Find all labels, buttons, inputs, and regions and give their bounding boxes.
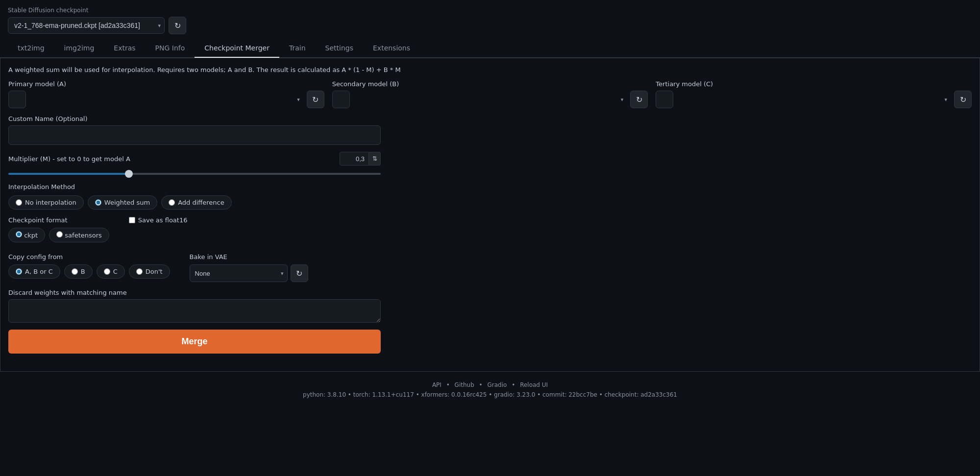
bake-select-row: None ↻ — [190, 264, 308, 282]
save-float16-checkbox[interactable] — [129, 217, 135, 223]
primary-model-refresh-btn[interactable]: ↻ — [307, 91, 324, 108]
footer-reload-link[interactable]: Reload UI — [520, 381, 548, 388]
multiplier-number-group: ⇅ — [340, 152, 381, 166]
tertiary-model-select-wrapper[interactable] — [656, 91, 951, 108]
save-float16-label[interactable]: Save as float16 — [129, 216, 188, 224]
tab-img2img[interactable]: img2img — [54, 39, 104, 58]
tertiary-model-group: Tertiary model (C) ↻ — [656, 80, 972, 108]
multiplier-row: Multiplier (M) - set to 0 to get model A… — [8, 152, 381, 166]
radio-copy-dont-label: Don't — [146, 268, 163, 275]
bake-vae-label: Bake in VAE — [190, 253, 308, 261]
tertiary-model-label: Tertiary model (C) — [656, 80, 972, 88]
radio-copy-b-label: B — [81, 268, 85, 275]
bake-vae-refresh-btn[interactable]: ↻ — [291, 264, 308, 282]
multiplier-spin-btn[interactable]: ⇅ — [369, 152, 381, 166]
secondary-model-label: Secondary model (B) — [332, 80, 648, 88]
footer-gradio-link[interactable]: Gradio — [488, 381, 507, 388]
footer-sep3: • — [512, 381, 517, 388]
discard-weights-input[interactable] — [8, 299, 381, 323]
tertiary-model-refresh-btn[interactable]: ↻ — [954, 91, 972, 108]
radio-copy-abc[interactable]: A, B or C — [8, 264, 60, 279]
secondary-model-group: Secondary model (B) ↻ — [332, 80, 648, 108]
checkpoint-label: Stable Diffusion checkpoint — [8, 7, 972, 14]
interpolation-label: Interpolation Method — [8, 183, 972, 190]
primary-model-label: Primary model (A) — [8, 80, 324, 88]
multiplier-label: Multiplier (M) - set to 0 to get model A — [8, 155, 130, 163]
tab-extensions[interactable]: Extensions — [363, 39, 420, 58]
tab-checkpoint-merger[interactable]: Checkpoint Merger — [195, 39, 279, 58]
format-radio-group: ckpt safetensors — [8, 228, 109, 246]
footer-links: API • Github • Gradio • Reload UI — [0, 381, 980, 388]
custom-name-label: Custom Name (Optional) — [8, 115, 972, 122]
radio-copy-b[interactable]: B — [64, 264, 93, 279]
tertiary-model-select[interactable] — [656, 91, 673, 108]
format-col: Checkpoint format ckpt safetensors — [8, 216, 109, 246]
checkpoint-format-row: Checkpoint format ckpt safetensors Save … — [8, 216, 972, 246]
save-float16-col: Save as float16 — [129, 216, 188, 226]
tab-extras[interactable]: Extras — [104, 39, 145, 58]
tab-png-info[interactable]: PNG Info — [146, 39, 195, 58]
tertiary-model-select-row: ↻ — [656, 91, 972, 108]
checkpoint-row: v2-1_768-ema-pruned.ckpt [ad2a33c361] ↻ — [8, 17, 972, 34]
secondary-model-select-row: ↻ — [332, 91, 648, 108]
footer: API • Github • Gradio • Reload UI python… — [0, 372, 980, 403]
discard-weights-label: Discard weights with matching name — [8, 289, 972, 296]
radio-no-interpolation[interactable]: No interpolation — [8, 195, 84, 210]
radio-ckpt-label: ckpt — [24, 232, 38, 239]
radio-weighted-sum-label: Weighted sum — [104, 199, 150, 206]
secondary-model-refresh-btn[interactable]: ↻ — [630, 91, 648, 108]
checkpoint-format-label: Checkpoint format — [8, 216, 109, 224]
nav-tabs: txt2img img2img Extras PNG Info Checkpoi… — [0, 39, 980, 58]
footer-build-info: python: 3.8.10 • torch: 1.13.1+cu117 • x… — [0, 391, 980, 398]
merge-button[interactable]: Merge — [8, 330, 381, 354]
info-text: A weighted sum will be used for interpol… — [8, 66, 972, 73]
secondary-model-select[interactable] — [332, 91, 350, 108]
primary-model-group: Primary model (A) ↻ — [8, 80, 324, 108]
radio-copy-c[interactable]: C — [97, 264, 125, 279]
top-bar: Stable Diffusion checkpoint v2-1_768-ema… — [0, 0, 980, 39]
radio-safetensors-label: safetensors — [65, 232, 102, 239]
radio-copy-abc-label: A, B or C — [25, 268, 53, 275]
multiplier-slider[interactable] — [8, 173, 381, 175]
radio-copy-dont[interactable]: Don't — [129, 264, 170, 279]
copy-bake-row: Copy config from A, B or C B C Don't — [8, 253, 972, 282]
main-content: A weighted sum will be used for interpol… — [0, 58, 980, 372]
footer-sep2: • — [479, 381, 485, 388]
multiplier-number-input[interactable] — [340, 152, 369, 166]
checkpoint-select-wrapper[interactable]: v2-1_768-ema-pruned.ckpt [ad2a33c361] — [8, 17, 165, 34]
slider-container — [8, 168, 381, 176]
checkpoint-select[interactable]: v2-1_768-ema-pruned.ckpt [ad2a33c361] — [8, 17, 165, 34]
tab-settings[interactable]: Settings — [316, 39, 363, 58]
primary-model-select-row: ↻ — [8, 91, 324, 108]
radio-add-difference[interactable]: Add difference — [161, 195, 232, 210]
radio-safetensors[interactable]: safetensors — [49, 228, 109, 242]
footer-api-link[interactable]: API — [432, 381, 441, 388]
radio-weighted-sum[interactable]: Weighted sum — [88, 195, 157, 210]
checkpoint-refresh-btn[interactable]: ↻ — [169, 17, 186, 34]
tab-txt2img[interactable]: txt2img — [8, 39, 54, 58]
custom-name-input[interactable] — [8, 125, 381, 145]
radio-no-interpolation-label: No interpolation — [25, 199, 76, 206]
tab-train[interactable]: Train — [279, 39, 316, 58]
footer-sep1: • — [446, 381, 452, 388]
copy-config-label: Copy config from — [8, 253, 170, 261]
copy-radio-group: A, B or C B C Don't — [8, 264, 170, 279]
interpolation-radio-group: No interpolation Weighted sum Add differ… — [8, 195, 972, 210]
radio-copy-c-label: C — [113, 268, 118, 275]
primary-model-select[interactable] — [8, 91, 26, 108]
save-float16-text: Save as float16 — [138, 216, 188, 224]
secondary-model-select-wrapper[interactable] — [332, 91, 628, 108]
models-row: Primary model (A) ↻ Secondary model (B) … — [8, 80, 972, 108]
footer-github-link[interactable]: Github — [455, 381, 474, 388]
primary-model-select-wrapper[interactable] — [8, 91, 304, 108]
bake-vae-select-wrapper[interactable]: None — [190, 264, 288, 282]
bake-col: Bake in VAE None ↻ — [190, 253, 308, 282]
copy-col: Copy config from A, B or C B C Don't — [8, 253, 170, 279]
radio-ckpt[interactable]: ckpt — [8, 228, 45, 242]
bake-vae-select[interactable]: None — [190, 264, 288, 282]
radio-add-difference-label: Add difference — [178, 199, 224, 206]
